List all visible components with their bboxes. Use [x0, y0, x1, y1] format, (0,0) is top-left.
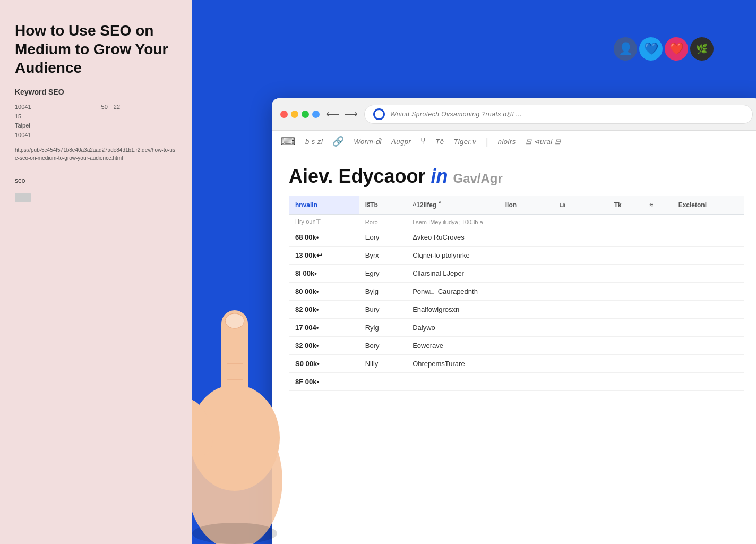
content-title: Aiev. Edycaoor in Gav/Agr [289, 165, 744, 188]
row-8-col2 [359, 373, 406, 391]
row-4-col3: Ehalfowigrosxn [406, 301, 744, 319]
row-7-col2: Nilly [359, 355, 406, 373]
col-header-7: Tk [608, 196, 643, 215]
subheader-1: Hry oun⊤ [289, 215, 359, 228]
maximize-button[interactable] [302, 110, 309, 118]
keyboard-icon: ⌨ [280, 135, 296, 148]
toolbar-fork-icon: ⑂ [420, 137, 426, 146]
row-7-col1: S0 00k• [289, 355, 359, 373]
logo-icon-4: 🌿 [690, 37, 714, 61]
browser-content: Aiev. Edycaoor in Gav/Agr hnvalin ls̃Tb … [272, 152, 756, 544]
meta-line-4: 10041 [15, 131, 177, 140]
right-panel: 👤 💙 ❤️ 🌿 ⟵ ⟶ Wnind [192, 0, 756, 544]
table-row[interactable]: 17 004•RylgDalywo [289, 319, 744, 337]
toolbar-item-augpr[interactable]: Augpr [391, 138, 411, 146]
table-row[interactable]: 82 00k•BuryEhalfowigrosxn [289, 301, 744, 319]
row-2-col3: Cllarsinal LJeper [406, 265, 744, 283]
address-bar[interactable]: Wnind Sprotech Ovsamoning ?rnats αξtl ..… [364, 105, 753, 124]
toolbar-item-te[interactable]: Tē [435, 138, 444, 146]
row-2-col1: 8l 00k• [289, 265, 359, 283]
table-row[interactable]: 32 00k•BoryEowerave [289, 337, 744, 355]
subheader-empty [553, 215, 744, 228]
meta-line-3: Taipei [15, 121, 177, 131]
table-row[interactable]: 13 00k↩ByrxClqnei-lo ptolynrke [289, 246, 744, 265]
row-5-col3: Dalywo [406, 319, 744, 337]
keyword-label: Keyword SEO [15, 88, 177, 96]
table-row[interactable]: S0 00k•NillyOhrepemsTurare [289, 355, 744, 373]
meta-info: 10041 50 22 15 Taipei 10041 [15, 103, 177, 140]
row-3-col3: Ponw□_Caurapednth [406, 283, 744, 301]
content-title-1: Aiev. Edycaoor [289, 165, 425, 187]
svg-point-0 [192, 411, 282, 544]
col-header-6 [585, 196, 607, 215]
subheader-3: I sem IMeγ iludya¡ T003b a [406, 215, 553, 228]
row-2-col2: Egry [359, 265, 406, 283]
subheader-2: Roro [359, 215, 406, 228]
table-header-row: hnvalin ls̃Tb ^12lifeg ˅ lion ⊔ᵢ Tk ≈ Ex… [289, 196, 744, 215]
logo-icons: 👤 💙 ❤️ 🌿 [614, 37, 714, 61]
toolbar-item-ural[interactable]: ⊟ ⊲ural ⊟ [526, 138, 561, 146]
browser-circle-icon [373, 108, 385, 120]
col-header-4: lion [499, 196, 553, 215]
row-6-col3: Eowerave [406, 337, 744, 355]
col-header-9: Excietoni [672, 196, 744, 215]
col-header-8: ≈ [643, 196, 672, 215]
url-info[interactable]: https://pub-5c454f571b8e40a3a2aad27ade84… [15, 146, 177, 162]
col-header-1: hnvalin [289, 196, 359, 215]
browser-toolbar: ⌨ b s zi 🔗 Worm·d̃i Augpr ⑂ Tē Tiger.v |… [272, 131, 756, 152]
leaf-icon: 🌿 [696, 43, 708, 55]
row-8-col1: 8F 00k• [289, 373, 359, 391]
table-row[interactable]: 8l 00k•EgryCllarsinal LJeper [289, 265, 744, 283]
address-bar-text[interactable]: Wnind Sprotech Ovsamoning ?rnats αξtl ..… [390, 110, 522, 118]
meta-line-1: 10041 50 22 [15, 103, 177, 112]
row-5-col1: 17 004• [289, 319, 359, 337]
meta-line-2: 15 [15, 112, 177, 122]
toolbar-item-2[interactable]: b s zi [305, 138, 323, 146]
left-panel: How to Use SEO on Medium to Grow Your Au… [0, 0, 192, 544]
table-row[interactable]: 8F 00k• [289, 373, 744, 391]
toolbar-keyboard-icon[interactable]: ⌨ [280, 135, 296, 148]
toolbar-item-nloirs[interactable]: nloirs [498, 138, 516, 146]
row-0-col2: Eory [359, 228, 406, 246]
col-header-5: ⊔ᵢ [553, 196, 586, 215]
row-6-col2: Bory [359, 337, 406, 355]
close-button[interactable] [280, 110, 288, 118]
table-row[interactable]: 68 00k•EoryΔvkeo RuCroves [289, 228, 744, 246]
toolbar-item-tigern[interactable]: Tiger.v [453, 138, 476, 146]
table-row[interactable]: 80 00k•BylgPonw□_Caurapednth [289, 283, 744, 301]
row-3-col2: Bylg [359, 283, 406, 301]
row-1-col1: 13 00k↩ [289, 246, 359, 265]
page-title: How to Use SEO on Medium to Grow Your Au… [15, 21, 177, 77]
minimize-button[interactable] [291, 110, 298, 118]
table-body: 68 00k•EoryΔvkeo RuCroves13 00k↩ByrxClqn… [289, 228, 744, 391]
svg-rect-1 [221, 310, 248, 416]
row-6-col1: 32 00k• [289, 337, 359, 355]
browser-chrome: ⟵ ⟶ Wnind Sprotech Ovsamoning ?rnats αξt… [272, 98, 756, 131]
toolbar-item-wormd[interactable]: Worm·d̃i [354, 138, 382, 146]
back-icon[interactable]: ⟵ [326, 108, 340, 120]
row-4-col2: Bury [359, 301, 406, 319]
row-1-col2: Byrx [359, 246, 406, 265]
heart-blue-icon: 💙 [644, 42, 658, 56]
forward-icon[interactable]: ⟶ [344, 108, 358, 120]
row-0-col1: 68 00k• [289, 228, 359, 246]
svg-point-3 [192, 394, 220, 460]
extra-button[interactable] [312, 110, 320, 118]
toolbar-link-icon[interactable]: 🔗 [332, 135, 344, 147]
svg-point-7 [192, 523, 277, 544]
row-7-col3: OhrepemsTurare [406, 355, 744, 373]
tag-box [15, 193, 31, 202]
person-icon: 👤 [618, 42, 633, 56]
logo-icon-1: 👤 [614, 37, 637, 61]
row-8-col3 [406, 373, 744, 391]
heart-red-icon: ❤️ [669, 42, 684, 56]
row-4-col1: 82 00k• [289, 301, 359, 319]
content-title-2: in [431, 165, 448, 187]
toolbar-divider: | [486, 136, 488, 147]
table-subheader-row: Hry oun⊤ Roro I sem IMeγ iludya¡ T003b a [289, 215, 744, 228]
col-header-3: ^12lifeg ˅ [406, 196, 499, 215]
row-1-col3: Clqnei-lo ptolynrke [406, 246, 744, 265]
nav-controls: ⟵ ⟶ [326, 108, 358, 120]
svg-point-6 [225, 313, 244, 328]
row-0-col3: Δvkeo RuCroves [406, 228, 744, 246]
